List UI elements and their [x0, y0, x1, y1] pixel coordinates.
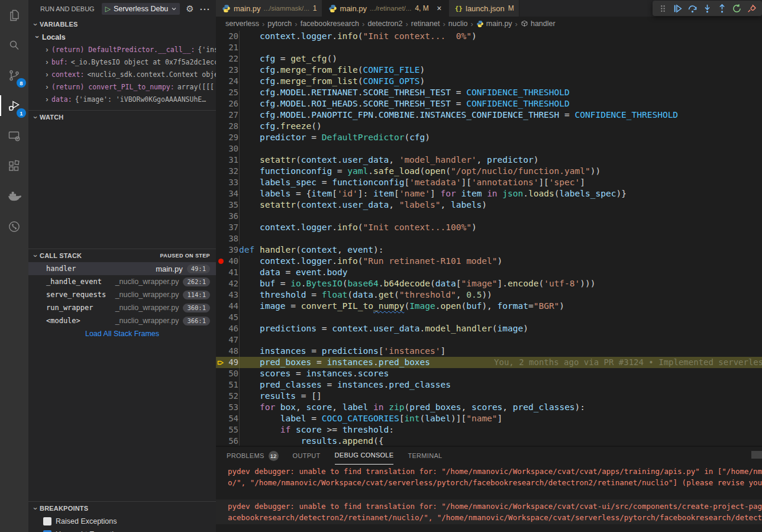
code-line[interactable]: 51 pred_classes = instances.pred_classes	[216, 379, 762, 391]
breakpoint-gutter[interactable]	[216, 256, 225, 267]
breakpoints-section-header[interactable]: › BREAKPOINTS	[28, 501, 216, 515]
breadcrumb-item[interactable]: facebookresearch	[301, 20, 359, 28]
code-area[interactable]: 20 context.logger.info("Init context... …	[216, 31, 762, 447]
code-line[interactable]: 44 image = convert_PIL_to_numpy(Image.op…	[216, 301, 762, 312]
stack-frame-row[interactable]: handlermain.py49:1	[28, 262, 216, 275]
code-line[interactable]: 42 buf = io.BytesIO(base64.b64decode(dat…	[216, 278, 762, 289]
tab-debug-console[interactable]: DEBUG CONSOLE	[335, 447, 394, 465]
code-line[interactable]: 25 cfg.MODEL.RETINANET.SCORE_THRESH_TEST…	[216, 87, 762, 98]
breadcrumb-item[interactable]: handler	[521, 20, 556, 28]
sidebar-item-source-control[interactable]: 8	[0, 60, 28, 91]
breakpoint-gutter[interactable]	[216, 244, 225, 256]
breakpoint-gutter[interactable]	[216, 154, 225, 166]
sidebar-item-search[interactable]	[0, 30, 28, 60]
breakpoint-gutter[interactable]	[216, 166, 225, 177]
breakpoint-gutter[interactable]	[216, 98, 225, 109]
code-line[interactable]: 33 labels_spec = functionconfig['metadat…	[216, 177, 762, 188]
breakpoint-gutter[interactable]	[216, 267, 225, 278]
variable-row[interactable]: ›buf:<_io.BytesIO object at 0x7f5a2dc1ec…	[28, 56, 216, 68]
code-line[interactable]: 38	[216, 233, 762, 244]
code-line[interactable]: 46 predictions = context.user_data.model…	[216, 323, 762, 334]
breakpoint-gutter[interactable]	[216, 301, 225, 312]
breakpoint-gutter[interactable]	[216, 132, 225, 143]
breakpoint-gutter[interactable]	[216, 121, 225, 132]
breakpoint-gutter[interactable]	[216, 346, 225, 357]
code-line[interactable]: 35 setattr(context.user_data, "labels", …	[216, 199, 762, 211]
breadcrumb-item[interactable]: detectron2	[367, 20, 402, 28]
variables-section-header[interactable]: › VARIABLES	[28, 18, 216, 31]
stack-frame-row[interactable]: run_wrapper_nuclio_wrapper.py360:1	[28, 301, 216, 314]
code-line[interactable]: 29 predictor = DefaultPredictor(cfg)	[216, 132, 762, 143]
breakpoint-gutter[interactable]	[216, 368, 225, 379]
sidebar-item-run-and-debug[interactable]: 1	[0, 91, 28, 121]
sidebar-item-docker[interactable]	[0, 181, 28, 211]
code-line[interactable]: 48 instances = predictions['instances']	[216, 346, 762, 357]
breakpoint-gutter[interactable]	[216, 87, 225, 98]
tab-main.py[interactable]: main.py.../siammask/...1	[216, 0, 322, 17]
code-line[interactable]: 21	[216, 42, 762, 53]
code-line[interactable]: 36	[216, 211, 762, 222]
sidebar-item-remote-explorer[interactable]	[0, 121, 28, 151]
breakpoint-gutter[interactable]	[216, 211, 225, 222]
breakpoint-gutter[interactable]	[216, 109, 225, 121]
code-line[interactable]: 20 context.logger.info("Init context... …	[216, 31, 762, 42]
breadcrumb-item[interactable]: retinanet	[411, 20, 440, 28]
watch-section-header[interactable]: › WATCH	[28, 110, 216, 124]
breakpoint-gutter[interactable]	[216, 424, 225, 436]
code-line[interactable]: 41 data = event.body	[216, 267, 762, 278]
breakpoint-gutter[interactable]	[216, 312, 225, 323]
tab-terminal[interactable]: TERMINAL	[408, 447, 442, 465]
load-all-stack-frames-link[interactable]: Load All Stack Frames	[28, 327, 216, 340]
breakpoint-gutter[interactable]	[216, 222, 225, 233]
disconnect-button[interactable]	[744, 1, 759, 15]
variable-row[interactable]: ›(return) DefaultPredictor.__call__:{'in…	[28, 43, 216, 56]
step-over-button[interactable]	[685, 1, 700, 15]
start-debug-icon[interactable]: ▷	[105, 5, 111, 13]
code-line[interactable]: 22 cfg = get_cfg()	[216, 53, 762, 65]
stack-frame-row[interactable]: _handle_event_nuclio_wrapper.py262:1	[28, 275, 216, 288]
step-into-button[interactable]	[700, 1, 715, 15]
panel-scrollbar[interactable]	[751, 451, 762, 459]
sidebar-item-explorer[interactable]	[0, 0, 28, 30]
breakpoint-gutter[interactable]	[216, 76, 225, 87]
debug-console-output[interactable]: pydev debugger: unable to find translati…	[216, 466, 762, 532]
breakpoint-gutter[interactable]	[216, 233, 225, 244]
stack-frame-row[interactable]: serve_requests_nuclio_wrapper.py114:1	[28, 288, 216, 301]
scope-row-locals[interactable]: › Locals	[28, 31, 216, 43]
breakpoint-gutter[interactable]	[216, 65, 225, 76]
breadcrumb-item[interactable]: nuclio	[448, 20, 468, 28]
breakpoint-gutter[interactable]	[216, 199, 225, 211]
code-line[interactable]: 37 context.logger.info("Init context...1…	[216, 222, 762, 233]
gear-icon[interactable]: ⚙	[186, 4, 193, 14]
code-line[interactable]: 49 pred_boxes = instances.pred_boxesYou,…	[216, 357, 762, 368]
expand-icon[interactable]: ›	[43, 95, 51, 104]
code-line[interactable]: 28 cfg.freeze()	[216, 121, 762, 132]
breakpoint-row[interactable]: Raised Exceptions	[28, 515, 216, 528]
expand-icon[interactable]: ›	[43, 82, 51, 91]
breakpoint-icon[interactable]	[218, 259, 224, 264]
tab-problems[interactable]: PROBLEMS 12	[227, 447, 279, 465]
variable-row[interactable]: ›context:<nuclio_sdk.context.Context obj…	[28, 68, 216, 80]
code-line[interactable]: 45	[216, 312, 762, 323]
breakpoint-gutter[interactable]	[216, 357, 225, 368]
code-line[interactable]: 54 label = COCO_CATEGORIES[int(label)]["…	[216, 413, 762, 424]
breadcrumb-item[interactable]: serverless	[225, 20, 259, 28]
code-line[interactable]: 32 functionconfig = yaml.safe_load(open(…	[216, 166, 762, 177]
code-line[interactable]: 27 cfg.MODEL.PANOPTIC_FPN.COMBINE.INSTAN…	[216, 109, 762, 121]
sidebar-item-git-graph[interactable]	[0, 211, 28, 241]
expand-icon[interactable]: ›	[43, 45, 51, 54]
breadcrumb-item[interactable]: main.py	[476, 20, 512, 28]
tab-launch.json[interactable]: {}launch.jsonM	[449, 0, 519, 17]
code-line[interactable]: 43 threshold = float(data.get("threshold…	[216, 289, 762, 301]
expand-icon[interactable]: ›	[43, 70, 51, 79]
code-line[interactable]: 30	[216, 143, 762, 154]
breakpoint-row[interactable]: ✓Uncaught Exceptions	[28, 528, 216, 532]
breakpoint-gutter[interactable]	[216, 323, 225, 334]
breakpoint-gutter[interactable]	[216, 42, 225, 53]
code-line[interactable]: 31 setattr(context.user_data, 'model_han…	[216, 154, 762, 166]
breakpoint-gutter[interactable]	[216, 413, 225, 424]
code-line[interactable]: 50 scores = instances.scores	[216, 368, 762, 379]
checkbox[interactable]	[43, 517, 51, 525]
breadcrumb-item[interactable]: pytorch	[267, 20, 292, 28]
breakpoint-gutter[interactable]	[216, 31, 225, 42]
